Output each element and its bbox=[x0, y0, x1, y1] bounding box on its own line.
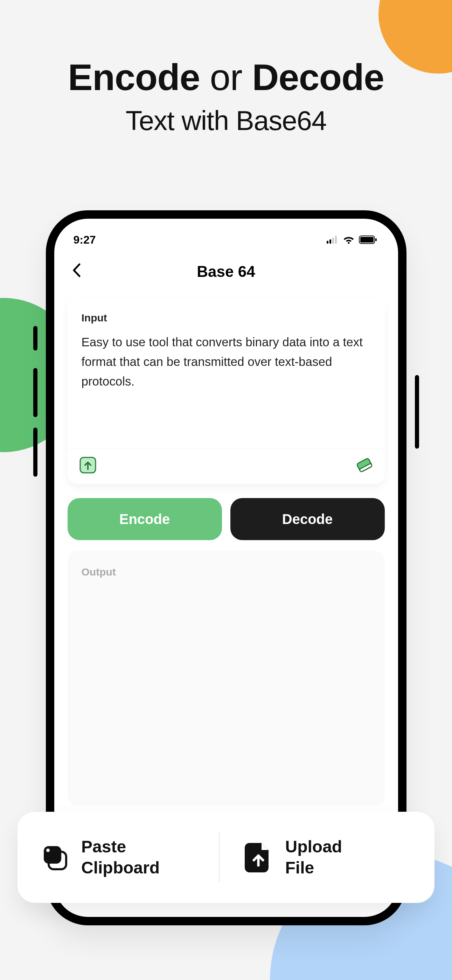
svg-rect-6 bbox=[360, 237, 374, 243]
screen-title: Base 64 bbox=[54, 263, 398, 280]
phone-side-button bbox=[33, 428, 38, 477]
upload-icon-button[interactable] bbox=[78, 455, 98, 475]
output-textarea[interactable] bbox=[82, 586, 371, 797]
wifi-icon bbox=[343, 235, 355, 244]
feature-bar: Paste Clipboard Upload File bbox=[17, 812, 435, 903]
paste-clipboard-feature[interactable]: Paste Clipboard bbox=[38, 836, 210, 878]
hero-subtitle: Text with Base64 bbox=[0, 105, 452, 137]
status-time: 9:27 bbox=[73, 234, 96, 247]
upload-file-label: Upload File bbox=[285, 836, 343, 878]
output-label: Output bbox=[82, 566, 371, 578]
phone-side-button bbox=[415, 375, 419, 449]
input-card: Input Easy to use tool that converts bin… bbox=[68, 298, 385, 484]
phone-side-button bbox=[33, 368, 38, 417]
action-button-row: Encode Decode bbox=[68, 498, 385, 540]
phone-side-button bbox=[33, 326, 38, 350]
svg-point-12 bbox=[46, 849, 50, 852]
output-card: Output bbox=[68, 550, 385, 806]
paste-clipboard-label: Paste Clipboard bbox=[81, 836, 160, 878]
svg-rect-2 bbox=[332, 238, 334, 243]
status-bar: 9:27 bbox=[54, 219, 398, 254]
encode-button[interactable]: Encode bbox=[68, 498, 222, 540]
app-header: Base 64 bbox=[54, 256, 398, 287]
back-button[interactable] bbox=[72, 263, 81, 280]
svg-rect-7 bbox=[375, 238, 377, 241]
battery-icon bbox=[359, 235, 377, 244]
svg-rect-11 bbox=[44, 846, 61, 864]
hero-heading: Encode or Decode Text with Base64 bbox=[0, 56, 452, 137]
svg-rect-3 bbox=[335, 236, 337, 243]
hero-decode: Decode bbox=[252, 56, 384, 98]
svg-rect-0 bbox=[327, 241, 328, 243]
erase-icon-button[interactable] bbox=[355, 455, 374, 475]
svg-point-4 bbox=[348, 242, 349, 243]
input-label: Input bbox=[82, 312, 371, 324]
input-textarea[interactable]: Easy to use tool that converts binary da… bbox=[82, 332, 371, 438]
hero-encode: Encode bbox=[68, 56, 200, 98]
hero-or: or bbox=[210, 56, 242, 98]
upload-file-feature[interactable]: Upload File bbox=[228, 836, 414, 878]
decode-button[interactable]: Decode bbox=[230, 498, 385, 540]
upload-file-icon bbox=[243, 842, 274, 873]
clipboard-icon bbox=[38, 842, 70, 873]
svg-rect-1 bbox=[330, 239, 331, 243]
feature-divider bbox=[219, 833, 219, 882]
cellular-icon bbox=[327, 236, 339, 243]
